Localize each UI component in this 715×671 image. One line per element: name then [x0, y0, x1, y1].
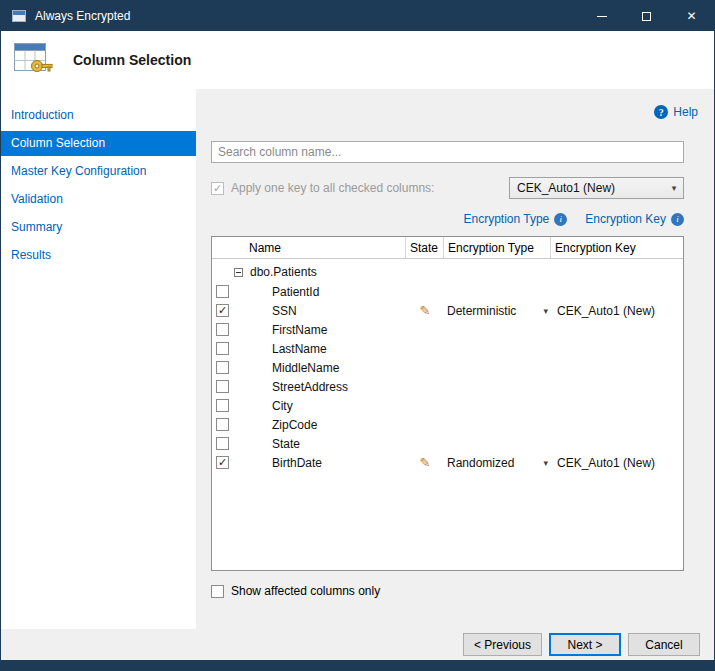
column-name: LastName: [272, 342, 327, 356]
column-name: MiddleName: [272, 361, 339, 375]
close-button[interactable]: ✕: [669, 1, 714, 31]
apply-key-row: ✓ Apply one key to all checked columns: …: [211, 177, 684, 199]
sidebar-item-summary[interactable]: Summary: [1, 215, 196, 240]
sidebar-item-validation[interactable]: Validation: [1, 187, 196, 212]
sidebar-item-introduction[interactable]: Introduction: [1, 103, 196, 128]
table-row[interactable]: ✓SSN✎Deterministic▾CEK_Auto1 (New): [212, 301, 683, 320]
next-button[interactable]: Next >: [549, 633, 621, 656]
wizard-header: Column Selection: [1, 31, 714, 89]
name-cell: ✓BirthDate: [212, 456, 406, 470]
encryption-key-value: CEK_Auto1 (New): [557, 304, 655, 318]
name-cell: PatientId: [212, 285, 406, 299]
name-cell: FirstName: [212, 323, 406, 337]
encryption-key-info-icon[interactable]: i: [671, 213, 684, 226]
tree-collapse-icon[interactable]: [234, 268, 243, 277]
sidebar-item-column-selection[interactable]: Column Selection: [1, 131, 196, 156]
help-label: Help: [673, 105, 698, 119]
bottom-chrome-strip: [1, 660, 714, 670]
pencil-icon: ✎: [420, 455, 431, 470]
show-affected-checkbox[interactable]: [211, 585, 224, 598]
column-name: StreetAddress: [272, 380, 348, 394]
minimize-button[interactable]: [579, 1, 624, 31]
table-row[interactable]: FirstName: [212, 320, 683, 339]
footer-buttons: < PreviousNext >Cancel: [1, 629, 714, 660]
title-bar: Always Encrypted ✕: [1, 1, 714, 31]
table-row[interactable]: PatientId: [212, 282, 683, 301]
name-cell: ✓SSN: [212, 304, 406, 318]
pencil-icon: ✎: [420, 303, 431, 318]
encryption-type-cell[interactable]: Randomized▾: [444, 456, 551, 470]
table-row[interactable]: ZipCode: [212, 415, 683, 434]
name-cell: State: [212, 437, 406, 451]
column-name: PatientId: [272, 285, 319, 299]
table-row[interactable]: MiddleName: [212, 358, 683, 377]
encryption-key-cell[interactable]: CEK_Auto1 (New): [551, 304, 683, 318]
cancel-button[interactable]: Cancel: [628, 633, 700, 656]
row-checkbox[interactable]: [216, 285, 229, 298]
row-checkbox[interactable]: [216, 361, 229, 374]
column-name: FirstName: [272, 323, 327, 337]
table-row[interactable]: LastName: [212, 339, 683, 358]
row-checkbox[interactable]: [216, 437, 229, 450]
page-title: Column Selection: [73, 52, 191, 68]
name-cell: StreetAddress: [212, 380, 406, 394]
maximize-button[interactable]: [624, 1, 669, 31]
table-row[interactable]: StreetAddress: [212, 377, 683, 396]
group-label: dbo.Patients: [250, 265, 317, 279]
dropdown-icon[interactable]: ▾: [543, 306, 548, 316]
column-name: City: [272, 399, 293, 413]
window-title: Always Encrypted: [35, 9, 130, 23]
header-encryption-key: Encryption Key: [551, 237, 683, 258]
search-input[interactable]: [211, 141, 684, 163]
cek-combo[interactable]: CEK_Auto1 (New) ▾: [509, 177, 684, 199]
sidebar-nav: IntroductionColumn SelectionMaster Key C…: [1, 89, 196, 629]
chevron-down-icon: ▾: [665, 183, 683, 193]
encryption-type-value: Deterministic: [447, 304, 516, 318]
previous-button[interactable]: < Previous: [463, 633, 542, 656]
apply-key-label: Apply one key to all checked columns:: [231, 181, 434, 195]
apply-key-checkbox[interactable]: ✓: [211, 182, 224, 195]
state-cell: ✎: [406, 303, 444, 318]
help-icon: ?: [654, 105, 668, 119]
table-body: dbo.Patients PatientId✓SSN✎Deterministic…: [212, 259, 683, 570]
sidebar-item-results[interactable]: Results: [1, 243, 196, 268]
row-checkbox[interactable]: [216, 399, 229, 412]
name-cell: MiddleName: [212, 361, 406, 375]
header-state: State: [406, 237, 444, 258]
row-checkbox[interactable]: [216, 418, 229, 431]
table-group-row[interactable]: dbo.Patients: [212, 262, 683, 282]
wizard-body: IntroductionColumn SelectionMaster Key C…: [1, 89, 714, 629]
name-cell: City: [212, 399, 406, 413]
show-affected-row: Show affected columns only: [211, 584, 684, 598]
table-row[interactable]: ✓BirthDate✎Randomized▾CEK_Auto1 (New): [212, 453, 683, 472]
encryption-type-info-icon[interactable]: i: [554, 213, 567, 226]
window-controls: ✕: [579, 1, 714, 31]
table-row[interactable]: State: [212, 434, 683, 453]
table-header: Name State Encryption Type Encryption Ke…: [212, 237, 683, 259]
column-links-row: Encryption Type i Encryption Key i: [211, 211, 684, 227]
columns-table: Name State Encryption Type Encryption Ke…: [211, 236, 684, 571]
minimize-icon: [597, 16, 607, 17]
name-cell: LastName: [212, 342, 406, 356]
column-name: SSN: [272, 304, 297, 318]
row-checkbox[interactable]: [216, 342, 229, 355]
encryption-type-cell[interactable]: Deterministic▾: [444, 304, 551, 318]
close-icon: ✕: [686, 9, 696, 23]
row-checkbox[interactable]: [216, 380, 229, 393]
table-row[interactable]: City: [212, 396, 683, 415]
row-checkbox[interactable]: [216, 323, 229, 336]
always-encrypted-window: Always Encrypted ✕ Column Selection: [0, 0, 715, 671]
main-panel: ? Help ✓ Apply one key to all checked co…: [196, 89, 714, 629]
help-link[interactable]: ? Help: [654, 105, 698, 119]
encryption-type-link[interactable]: Encryption Type: [463, 212, 549, 226]
sidebar-item-master-key-configuration[interactable]: Master Key Configuration: [1, 159, 196, 184]
column-name: State: [272, 437, 300, 451]
dropdown-icon[interactable]: ▾: [543, 458, 548, 468]
encryption-key-cell[interactable]: CEK_Auto1 (New): [551, 456, 683, 470]
header-name: Name: [212, 237, 406, 258]
app-icon: [12, 10, 26, 22]
row-checkbox[interactable]: ✓: [216, 456, 229, 469]
state-cell: ✎: [406, 455, 444, 470]
row-checkbox[interactable]: ✓: [216, 304, 229, 317]
encryption-key-link[interactable]: Encryption Key: [585, 212, 666, 226]
